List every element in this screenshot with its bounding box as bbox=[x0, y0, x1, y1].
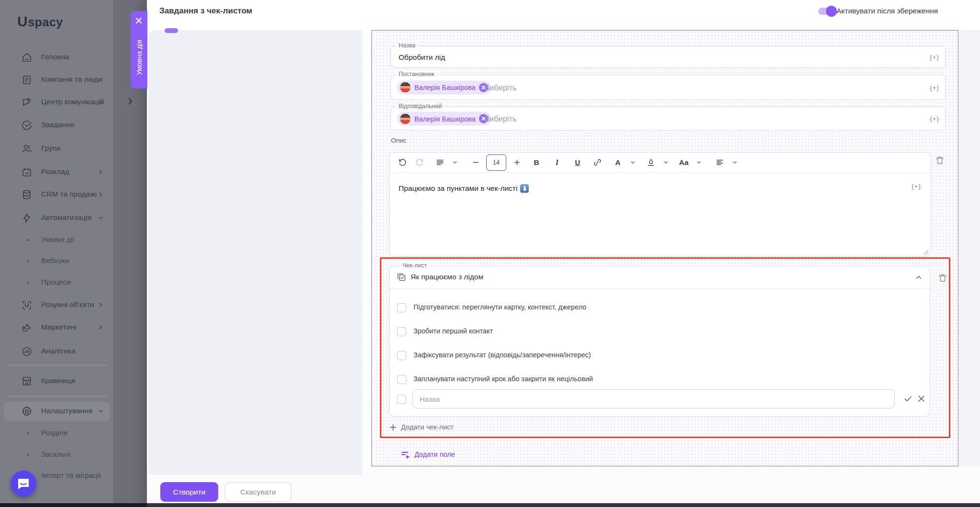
assigner-placeholder[interactable]: Виберіть bbox=[484, 83, 517, 92]
bold-button[interactable]: B bbox=[530, 156, 543, 169]
underline-button[interactable]: U bbox=[571, 156, 584, 169]
sidebar-item-store[interactable]: Крамниця bbox=[0, 373, 113, 390]
chat-fab-button[interactable] bbox=[11, 471, 36, 496]
responsible-field-label: Відповідальний bbox=[396, 103, 444, 110]
sidebar-item-sections[interactable]: Розділи bbox=[0, 425, 113, 442]
gear-icon bbox=[21, 406, 33, 417]
sidebar-item-webhooks[interactable]: Вебхуки bbox=[0, 253, 113, 270]
undo-icon[interactable] bbox=[396, 156, 409, 169]
checkbox[interactable] bbox=[397, 351, 406, 360]
font-size-value[interactable]: 14 bbox=[486, 154, 506, 171]
editor-content[interactable]: Працюємо за пунктами в чек-листі ⬇ {+} bbox=[390, 172, 931, 256]
sidebar-item-schedule[interactable]: Розклад bbox=[0, 164, 113, 181]
add-checklist-link[interactable]: Додати чек-лист bbox=[390, 421, 454, 433]
checkbox[interactable] bbox=[397, 327, 406, 336]
assigner-field[interactable]: Постановник Валерія Башкірова Виберіть {… bbox=[390, 75, 946, 100]
checklist-item[interactable]: Зафіксувати результат (відповідь/запереч… bbox=[390, 347, 930, 364]
text-color-button[interactable]: A bbox=[612, 156, 624, 169]
sidebar-item-company[interactable]: Компанія та люди bbox=[0, 71, 113, 88]
checklist-header[interactable]: Як працюємо з лідом bbox=[390, 266, 930, 289]
sidebar-item-marketing[interactable]: Маркетинг bbox=[0, 319, 113, 336]
user-chip[interactable]: Валерія Башкірова bbox=[397, 112, 491, 126]
delete-checklist-icon[interactable] bbox=[937, 273, 948, 283]
sidebar-item-home[interactable]: Головна bbox=[0, 49, 113, 66]
close-icon[interactable] bbox=[134, 16, 143, 25]
checklist-panel: Чек-лист Як працюємо з лідом Підготувати… bbox=[389, 266, 930, 417]
toggle-knob bbox=[826, 6, 837, 17]
decrease-font-icon[interactable] bbox=[469, 156, 482, 169]
sidebar-item-analytics[interactable]: Аналітика bbox=[0, 343, 113, 360]
italic-button[interactable]: I bbox=[551, 156, 563, 169]
description-editor[interactable]: 14 B I U A Aa Працюємо за пунктами в чек… bbox=[389, 152, 931, 256]
chevron-down-icon[interactable] bbox=[448, 156, 461, 169]
insert-token-button[interactable]: {+} bbox=[930, 84, 939, 91]
chevron-right-icon bbox=[97, 168, 104, 177]
sidebar-item-comms[interactable]: Центр комунікацій bbox=[0, 94, 113, 111]
create-button[interactable]: Створити bbox=[160, 482, 218, 502]
checkbox[interactable] bbox=[397, 395, 406, 404]
task-form-card: Назва {+} Постановник Валерія Башкірова … bbox=[371, 30, 958, 466]
conditional-action-tab[interactable]: Умовна дія bbox=[131, 11, 147, 88]
sidebar-item-smart-objects[interactable]: Розумні об'єкти bbox=[0, 297, 113, 314]
name-input[interactable] bbox=[398, 46, 907, 68]
highlight-color-icon[interactable] bbox=[645, 156, 657, 169]
align-left-icon[interactable] bbox=[713, 156, 726, 169]
insert-token-button[interactable]: {+} bbox=[912, 183, 921, 190]
chevron-down-icon[interactable] bbox=[692, 156, 705, 169]
responsible-placeholder[interactable]: Виберіть bbox=[484, 114, 517, 123]
name-field[interactable]: Назва {+} bbox=[390, 46, 946, 68]
sidebar-divider bbox=[7, 365, 107, 365]
chevron-right-icon bbox=[97, 191, 104, 200]
sidebar-item-processes[interactable]: Процеси bbox=[0, 274, 113, 291]
link-icon[interactable] bbox=[591, 156, 603, 169]
user-chip[interactable]: Валерія Башкірова bbox=[397, 80, 491, 94]
responsible-field[interactable]: Відповідальний Валерія Башкірова Виберіт… bbox=[390, 107, 946, 131]
expand-panel-chevron[interactable] bbox=[125, 97, 135, 106]
user-chip-name: Валерія Башкірова bbox=[414, 115, 476, 122]
sidebar-item-automation[interactable]: Автоматизація bbox=[0, 209, 113, 227]
activate-toggle[interactable] bbox=[818, 7, 835, 17]
checkbox[interactable] bbox=[397, 375, 406, 384]
sidebar-item-crm[interactable]: CRM та продажі bbox=[0, 186, 113, 203]
chat-icon bbox=[21, 97, 33, 108]
cancel-icon[interactable] bbox=[917, 394, 926, 403]
checklist-title[interactable]: Як працюємо з лідом bbox=[411, 273, 483, 281]
insert-token-button[interactable]: {+} bbox=[930, 54, 939, 61]
redo-icon[interactable] bbox=[413, 156, 425, 169]
sidebar-item-tasks[interactable]: Завдання bbox=[0, 117, 113, 134]
sidebar-item-groups[interactable]: Групи bbox=[0, 140, 113, 157]
checkbox[interactable] bbox=[397, 303, 406, 312]
sidebar-item-conditional-actions[interactable]: Умовні дії bbox=[0, 231, 113, 249]
sidebar-item-general[interactable]: Загальні bbox=[0, 446, 113, 463]
chevron-down-icon[interactable] bbox=[626, 156, 639, 169]
add-field-link[interactable]: Додати поле bbox=[401, 449, 455, 460]
new-checklist-item-input[interactable] bbox=[412, 389, 895, 408]
automation-canvas-panel bbox=[148, 30, 362, 475]
assigner-field-label: Постановник bbox=[396, 71, 437, 77]
chevron-down-icon[interactable] bbox=[659, 156, 672, 169]
chevron-right-icon bbox=[97, 99, 104, 108]
checklist-item[interactable]: Запланувати наступний крок або закрити я… bbox=[390, 371, 930, 388]
sidebar-item-settings[interactable]: Налаштування bbox=[0, 403, 113, 420]
people-icon bbox=[21, 143, 33, 154]
bullet-icon bbox=[27, 260, 29, 262]
text-style-button[interactable]: Aa bbox=[678, 156, 690, 169]
bottom-edge-bar-dark bbox=[0, 503, 147, 507]
resize-handle[interactable] bbox=[923, 248, 929, 254]
line-spacing-icon[interactable] bbox=[434, 156, 446, 169]
chevron-down-icon[interactable] bbox=[728, 156, 741, 169]
checklist-item[interactable]: Зробити перший контакт bbox=[390, 323, 930, 340]
user-chip-name: Валерія Башкірова bbox=[414, 84, 476, 91]
checklist-item[interactable]: Підготуватися: переглянути картку, конте… bbox=[390, 299, 930, 316]
delete-description-icon[interactable] bbox=[935, 155, 945, 165]
bottom-edge-bar bbox=[0, 503, 980, 507]
increase-font-icon[interactable] bbox=[511, 156, 523, 169]
bullet-icon bbox=[27, 432, 29, 434]
cancel-button[interactable]: Скасувати bbox=[225, 482, 291, 502]
insert-token-button[interactable]: {+} bbox=[930, 115, 939, 122]
description-text: Працюємо за пунктами в чек-листі bbox=[399, 184, 517, 193]
plus-icon bbox=[390, 424, 397, 431]
chevron-up-icon[interactable] bbox=[914, 273, 923, 282]
canvas-element-partial bbox=[165, 28, 178, 33]
confirm-icon[interactable] bbox=[903, 394, 913, 403]
